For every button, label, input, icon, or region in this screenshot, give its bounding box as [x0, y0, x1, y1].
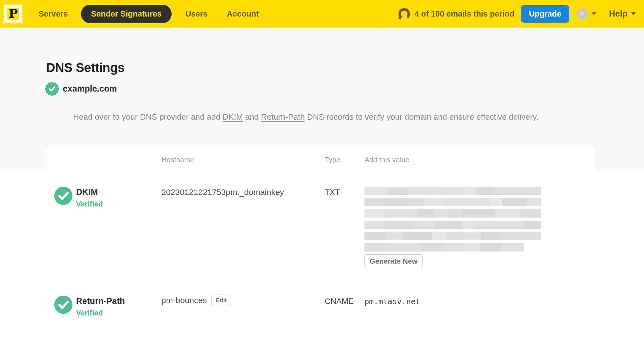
header-type: Type [325, 147, 364, 171]
intro-part: DNS records to verify your domain and en… [305, 112, 538, 121]
intro-text: Head over to your DNS provider and add D… [0, 110, 611, 124]
domain-name: example.com [63, 84, 117, 94]
nav-item-sender-signatures-active[interactable]: Sender Signatures [81, 5, 171, 23]
dkim-status-cell: DKIM Verified [46, 187, 161, 268]
usage-meter: 4 of 100 emails this period [398, 8, 515, 20]
return-path-type: CNAME [325, 297, 364, 317]
nav-item-servers[interactable]: Servers [39, 9, 68, 18]
generate-new-button[interactable]: Generate New [364, 254, 423, 268]
header-hostname: Hostname [161, 147, 325, 171]
record-name: Return-Path [76, 296, 125, 306]
header-add-this-value: Add this value [364, 147, 596, 171]
intro-part: and [243, 112, 261, 121]
dns-records-card: Hostname Type Add this value DKIM Verifi… [46, 147, 596, 331]
page-title: DNS Settings [46, 60, 125, 75]
postmark-logo[interactable]: P [3, 4, 23, 24]
redacted-value-line [364, 209, 541, 218]
verified-check-icon [54, 296, 72, 314]
account-menu[interactable]: C [577, 8, 596, 19]
return-path-value: pm.mtasv.net [364, 297, 596, 317]
edit-button[interactable]: Edit [211, 295, 231, 306]
avatar[interactable]: C [577, 8, 588, 19]
domain-row: example.com [45, 82, 117, 96]
gauge-icon [398, 8, 410, 20]
table-row-dkim: DKIM Verified 20230121221753pm._domainke… [46, 171, 596, 280]
header-record [46, 147, 161, 171]
logo-letter: P [9, 7, 18, 21]
chevron-down-icon [592, 12, 596, 15]
usage-text: 4 of 100 emails this period [415, 9, 515, 18]
nav-item-users[interactable]: Users [185, 9, 208, 18]
redacted-value-line [364, 198, 541, 206]
intro-part: Head over to your DNS provider and add [73, 112, 223, 121]
help-label: Help [609, 9, 627, 19]
nav-item-account[interactable]: Account [227, 9, 259, 18]
dkim-redacted-value [364, 187, 541, 252]
table-header-row: Hostname Type Add this value [46, 147, 596, 171]
chevron-down-icon [631, 12, 636, 15]
redacted-value-line [364, 221, 541, 229]
main-content: DNS Settings example.com Head over to yo… [0, 28, 644, 337]
dkim-link[interactable]: DKIM [223, 112, 243, 121]
return-path-link[interactable]: Return-Path [261, 112, 305, 121]
upgrade-button[interactable]: Upgrade [521, 5, 569, 23]
return-path-hostname: pm-bounces [161, 296, 207, 305]
verified-check-icon [54, 187, 72, 205]
dkim-type: TXT [325, 188, 364, 268]
record-status-verified: Verified [76, 309, 125, 317]
record-name: DKIM [76, 187, 103, 197]
top-navbar: P Servers Sender Signatures Users Accoun… [0, 0, 644, 28]
record-status-verified: Verified [76, 200, 103, 208]
dkim-hostname: 20230121221753pm._domainkey [161, 188, 325, 268]
verified-seal-icon [45, 82, 59, 96]
redacted-value-line [364, 232, 541, 240]
help-menu[interactable]: Help [609, 9, 636, 19]
table-row-return-path: Return-Path Verified pm-bounces Edit CNA… [46, 280, 596, 331]
return-path-status-cell: Return-Path Verified [46, 296, 161, 317]
redacted-value-line [364, 187, 541, 195]
redacted-value-line [364, 243, 524, 252]
